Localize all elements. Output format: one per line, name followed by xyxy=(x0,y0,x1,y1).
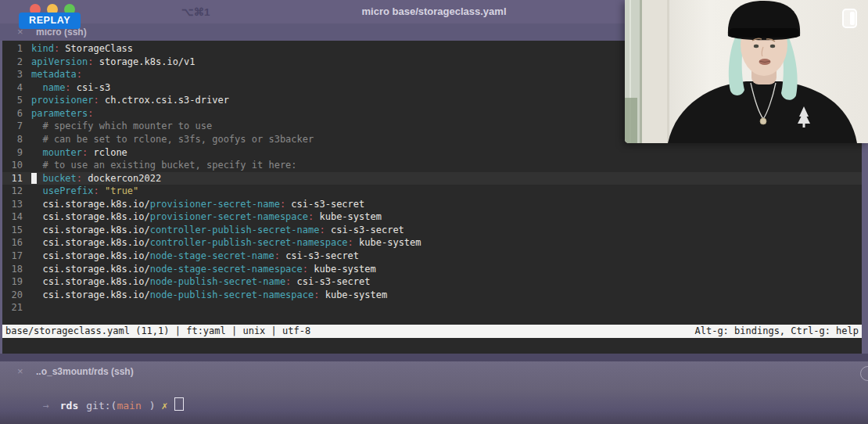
necklace-pendant xyxy=(760,118,766,124)
panel-toggle-icon xyxy=(843,9,856,27)
editor-line[interactable]: 19 csi.storage.k8s.io/node-publish-secre… xyxy=(2,275,862,289)
eye-right xyxy=(770,45,775,48)
code-text: csi.storage.k8s.io/node-stage-secret-nam… xyxy=(31,263,376,276)
line-number: 1 xyxy=(2,42,23,56)
code-text: name: csi-s3 xyxy=(31,81,110,95)
line-number: 20 xyxy=(2,289,23,302)
editor-line[interactable]: 18 csi.storage.k8s.io/node-stage-secret-… xyxy=(2,263,862,276)
git-suffix: ) xyxy=(149,400,156,411)
line-number: 21 xyxy=(2,301,23,314)
editor-line[interactable]: 9 mounter: rclone xyxy=(2,146,862,160)
bottom-terminal-window[interactable]: × ..o_s3mount/rds (ssh) →rdsgit:(main)✗ xyxy=(0,361,868,424)
screen: REPLAY ⌥⌘1 micro base/storageclass.yaml … xyxy=(0,0,868,424)
git-dirty-icon: ✗ xyxy=(162,400,168,411)
code-text: mounter: rclone xyxy=(31,146,127,160)
wall-corner xyxy=(642,0,669,143)
git-branch: main xyxy=(117,400,141,411)
line-number: 13 xyxy=(2,198,23,211)
code-text: # specify which mounter to use xyxy=(31,120,212,133)
line-number: 10 xyxy=(2,159,23,172)
line-number: 14 xyxy=(2,210,23,224)
line-number: 15 xyxy=(2,224,23,237)
line-number: 5 xyxy=(2,94,23,107)
line-number: 12 xyxy=(2,185,23,198)
bottom-window-border xyxy=(0,354,868,361)
webcam-overlay xyxy=(625,0,868,143)
eye-left xyxy=(754,45,759,48)
code-text: metadata: xyxy=(31,68,82,81)
line-number: 16 xyxy=(2,236,23,250)
webcam-video xyxy=(625,0,868,143)
editor-line[interactable]: 13 csi.storage.k8s.io/provisioner-secret… xyxy=(2,198,862,211)
status-help-hint: Alt-g: bindings, Ctrl-g: help xyxy=(694,325,859,338)
wall-edge xyxy=(667,0,669,143)
editor-line[interactable]: 12 usePrefix: "true" xyxy=(2,185,862,198)
replay-badge[interactable]: REPLAY xyxy=(19,13,81,29)
line-number: 2 xyxy=(2,56,23,69)
prompt-arrow-icon: → xyxy=(43,400,49,411)
editor-line[interactable]: 11 bucket: dockercon2022 xyxy=(2,172,862,185)
line-number: 4 xyxy=(2,81,23,95)
beanie-brim xyxy=(729,28,799,38)
code-text: csi.storage.k8s.io/node-stage-secret-nam… xyxy=(31,250,359,263)
editor-line[interactable]: 17 csi.storage.k8s.io/node-stage-secret-… xyxy=(2,250,862,263)
code-text: csi.storage.k8s.io/provisioner-secret-na… xyxy=(31,210,382,224)
line-number: 18 xyxy=(2,263,23,276)
code-text: kind: StorageClass xyxy=(31,42,133,56)
line-number: 8 xyxy=(2,133,23,146)
line-number: 19 xyxy=(2,275,23,289)
line-number: 7 xyxy=(2,120,23,133)
terminal-cursor xyxy=(174,397,184,411)
code-text: bucket: dockercon2022 xyxy=(31,172,161,185)
prompt-directory: rds xyxy=(60,400,78,411)
code-text: # to use an existing bucket, specify it … xyxy=(31,159,297,172)
editor-line[interactable]: 14 csi.storage.k8s.io/provisioner-secret… xyxy=(2,210,862,224)
status-file-info: base/storageclass.yaml (11,1) | ft:yaml … xyxy=(5,325,310,338)
line-number: 9 xyxy=(2,146,23,160)
editor-status-bar: base/storageclass.yaml (11,1) | ft:yaml … xyxy=(2,325,862,338)
code-text: csi.storage.k8s.io/node-publish-secret-n… xyxy=(31,275,371,289)
line-number: 11 xyxy=(2,172,23,185)
editor-line[interactable]: 21 xyxy=(2,301,862,314)
code-text: apiVersion: storage.k8s.io/v1 xyxy=(31,56,195,69)
line-number: 6 xyxy=(2,107,23,120)
code-text: provisioner: ch.ctrox.csi.s3-driver xyxy=(31,94,229,107)
code-text: csi.storage.k8s.io/controller-publish-se… xyxy=(31,224,404,237)
background-window xyxy=(625,0,642,143)
new-tab-icon[interactable] xyxy=(860,366,868,381)
tab-rds-ssh[interactable]: ..o_s3mount/rds (ssh) xyxy=(36,366,134,377)
editor-line[interactable]: 10 # to use an existing bucket, specify … xyxy=(2,159,862,172)
line-number: 3 xyxy=(2,68,23,81)
editor-line[interactable]: 20 csi.storage.k8s.io/node-publish-secre… xyxy=(2,289,862,302)
close-icon[interactable]: × xyxy=(17,365,23,377)
shell-prompt[interactable]: →rdsgit:(main)✗ xyxy=(6,382,184,397)
code-text: # can be set to rclone, s3fs, goofys or … xyxy=(31,133,314,146)
git-prefix: git:( xyxy=(86,400,117,411)
code-text: usePrefix: "true" xyxy=(31,185,138,198)
editor-line[interactable]: 15 csi.storage.k8s.io/controller-publish… xyxy=(2,224,862,237)
code-text: parameters: xyxy=(31,107,93,120)
code-text: csi.storage.k8s.io/node-publish-secret-n… xyxy=(31,289,387,302)
line-number: 17 xyxy=(2,250,23,263)
code-text: csi.storage.k8s.io/controller-publish-se… xyxy=(31,236,421,250)
code-text: csi.storage.k8s.io/provisioner-secret-na… xyxy=(31,198,364,211)
editor-line[interactable]: 16 csi.storage.k8s.io/controller-publish… xyxy=(2,236,862,250)
